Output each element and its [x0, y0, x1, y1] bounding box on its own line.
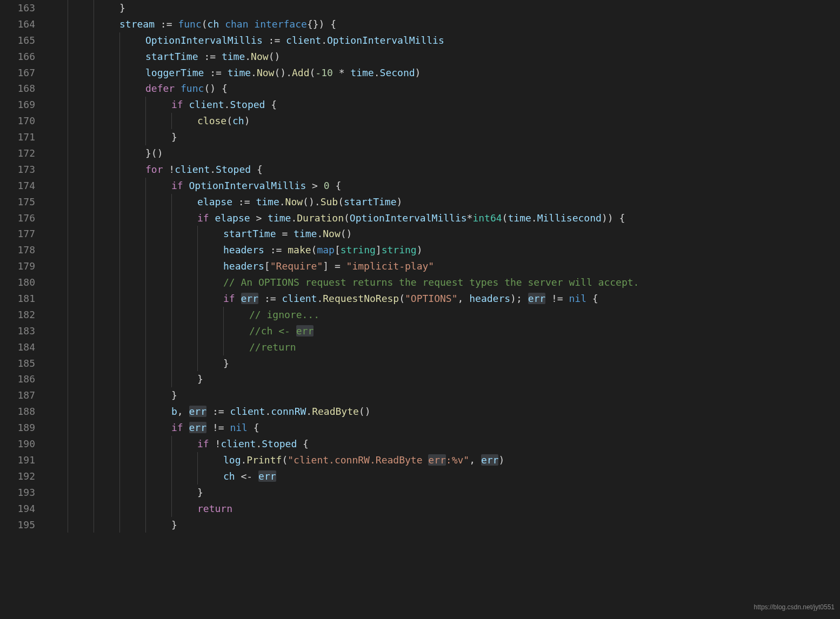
code-line[interactable]: close(ch)	[46, 113, 840, 129]
code-line[interactable]: }	[46, 371, 840, 387]
code-line[interactable]: if OptionIntervalMillis > 0 {	[46, 178, 840, 194]
token-punct: {	[248, 422, 259, 433]
code-line[interactable]: }	[46, 129, 840, 145]
code-line-content: // An OPTIONS request returns the reques…	[46, 277, 639, 288]
code-line-content: loggerTime := time.Now().Add(-10 * time.…	[46, 67, 421, 78]
code-line[interactable]: stream := func(ch chan interface{}) {	[46, 16, 840, 32]
code-line[interactable]: //ch <- err	[46, 323, 840, 339]
code-line[interactable]: OptionIntervalMillis := client.OptionInt…	[46, 32, 840, 49]
token-str: "client.connRW.ReadByte	[288, 454, 428, 466]
line-number: 173	[0, 162, 35, 178]
line-number: 174	[0, 178, 35, 194]
token-op	[209, 212, 215, 224]
token-punct: }	[171, 131, 177, 143]
line-number: 177	[0, 226, 35, 242]
code-line[interactable]: startTime = time.Now()	[46, 226, 840, 242]
token-builtin: interface	[254, 18, 307, 30]
token-var: time	[268, 212, 291, 224]
line-number: 180	[0, 274, 35, 291]
code-line[interactable]: loggerTime := time.Now().Add(-10 * time.…	[46, 65, 840, 81]
token-var: time	[228, 67, 251, 78]
code-line[interactable]: }	[46, 387, 840, 403]
token-punct: (	[309, 67, 315, 78]
token-var: err	[189, 422, 207, 433]
token-func: Printf	[246, 454, 282, 466]
code-line[interactable]: if elapse > time.Duration(OptionInterval…	[46, 210, 840, 226]
line-number: 182	[0, 307, 35, 323]
code-line[interactable]: }	[46, 0, 840, 16]
code-line[interactable]: for !client.Stoped {	[46, 162, 840, 178]
code-line-content: //ch <- err	[46, 325, 314, 337]
token-builtin: func	[181, 83, 204, 94]
token-punct: .	[265, 406, 271, 417]
token-var: client	[230, 406, 265, 417]
line-number: 167	[0, 65, 35, 81]
code-line-content: startTime = time.Now()	[46, 228, 352, 239]
token-punct: .	[279, 196, 285, 207]
token-kw: if	[197, 438, 209, 449]
code-line[interactable]: headers := make(map[string]string)	[46, 242, 840, 258]
code-line[interactable]: return	[46, 501, 840, 517]
token-type: string	[382, 244, 417, 255]
code-line[interactable]: elapse := time.Now().Sub(startTime)	[46, 194, 840, 210]
token-str: err	[428, 454, 446, 466]
code-line-content: if elapse > time.Duration(OptionInterval…	[46, 212, 625, 224]
token-const: nil	[230, 422, 248, 433]
token-var: startTime	[145, 51, 198, 62]
line-number: 188	[0, 403, 35, 420]
line-number: 181	[0, 291, 35, 307]
code-line-content: // ignore...	[46, 309, 319, 320]
code-line-content: defer func() {	[46, 83, 228, 94]
token-builtin: func	[178, 18, 201, 30]
code-line[interactable]: // An OPTIONS request returns the reques…	[46, 274, 840, 291]
token-punct: }()	[145, 147, 163, 159]
token-punct: )	[415, 67, 421, 78]
code-line[interactable]: if err != nil {	[46, 420, 840, 436]
token-op: !=	[545, 293, 569, 304]
code-content[interactable]: }stream := func(ch chan interface{}) {Op…	[46, 0, 840, 619]
token-kw: if	[223, 293, 235, 304]
token-var: OptionIntervalMillis	[189, 180, 306, 191]
token-var: err	[528, 293, 546, 304]
token-var: log	[223, 454, 241, 466]
token-const: nil	[569, 293, 587, 304]
token-punct: .	[245, 51, 251, 62]
token-var: OptionIntervalMillis	[327, 35, 444, 46]
code-line[interactable]: // ignore...	[46, 307, 840, 323]
token-punct: ,	[458, 293, 470, 304]
token-punct: (	[311, 244, 317, 255]
token-punct: ,	[177, 406, 189, 417]
token-op	[219, 18, 225, 30]
token-kw: if	[171, 99, 183, 110]
code-line[interactable]: }()	[46, 145, 840, 162]
code-editor[interactable]: 1631641651661671681691701711721731741751…	[0, 0, 840, 619]
token-var: Stoped	[230, 99, 265, 110]
token-var: stream	[119, 18, 155, 30]
token-op: *	[333, 67, 351, 78]
watermark-text: https://blog.csdn.net/jyt0551	[754, 600, 835, 616]
code-line[interactable]: startTime := time.Now()	[46, 49, 840, 65]
code-line-content: }	[46, 487, 203, 498]
code-line[interactable]: log.Printf("client.connRW.ReadByte err:%…	[46, 452, 840, 468]
code-line[interactable]: }	[46, 355, 840, 372]
code-line[interactable]: b, err := client.connRW.ReadByte()	[46, 403, 840, 420]
code-line[interactable]: }	[46, 517, 840, 533]
line-number: 190	[0, 436, 35, 452]
code-line[interactable]: if err := client.RequestNoResp("OPTIONS"…	[46, 291, 840, 307]
code-line[interactable]: if !client.Stoped {	[46, 436, 840, 452]
token-type: int64	[472, 212, 502, 224]
token-var: time	[222, 51, 245, 62]
code-line-content: }	[46, 519, 177, 530]
token-punct: .	[241, 454, 247, 466]
code-line[interactable]: if client.Stoped {	[46, 97, 840, 113]
code-line[interactable]: defer func() {	[46, 80, 840, 97]
code-line[interactable]: //return	[46, 339, 840, 355]
code-line-content: elapse := time.Now().Sub(startTime)	[46, 196, 402, 207]
token-op: :=	[264, 244, 288, 255]
token-op: :=	[206, 406, 230, 417]
code-line[interactable]: }	[46, 485, 840, 501]
token-func: RequestNoResp	[323, 293, 399, 304]
code-line[interactable]: headers["Require"] = "implicit-play"	[46, 258, 840, 274]
token-punct: [	[264, 260, 270, 272]
code-line[interactable]: ch <- err	[46, 468, 840, 485]
